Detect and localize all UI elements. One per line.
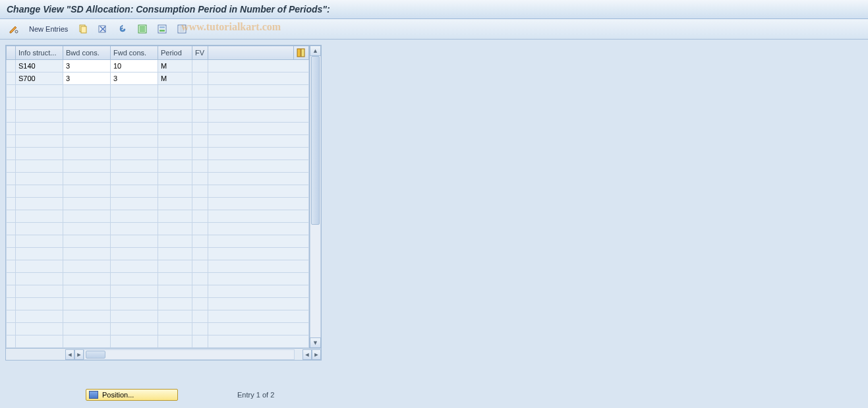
cell-fwd_cons[interactable]: [111, 223, 158, 235]
cell-period[interactable]: [158, 310, 192, 323]
cell-period[interactable]: [158, 135, 192, 148]
cell-bwd_cons[interactable]: [63, 260, 111, 273]
row-selector[interactable]: [7, 323, 16, 335]
cell-info_struct[interactable]: [16, 85, 63, 98]
col-header-fwd-cons[interactable]: Fwd cons.: [111, 46, 158, 60]
cell-fwd_cons[interactable]: [111, 335, 158, 348]
row-selector[interactable]: [7, 260, 16, 273]
cell-fv[interactable]: [192, 110, 208, 123]
cell-fwd_cons[interactable]: 3: [111, 73, 158, 85]
cell-fv[interactable]: [192, 160, 208, 173]
cell-bwd_cons[interactable]: [63, 335, 111, 348]
cell-fv[interactable]: [192, 323, 208, 335]
scroll-down-icon[interactable]: ▼: [310, 337, 321, 348]
delete-button[interactable]: [94, 22, 111, 36]
row-selector[interactable]: [7, 235, 16, 248]
cell-fv[interactable]: [192, 135, 208, 148]
table-settings-button[interactable]: [294, 46, 309, 60]
cell-fwd_cons[interactable]: [111, 310, 158, 323]
cell-info_struct[interactable]: [16, 235, 63, 248]
cell-bwd_cons[interactable]: [63, 323, 111, 335]
cell-info_struct[interactable]: [16, 223, 63, 235]
toggle-change-button[interactable]: [5, 22, 22, 36]
cell-info_struct[interactable]: [16, 285, 63, 298]
cell-bwd_cons[interactable]: [63, 198, 111, 210]
cell-fv[interactable]: [192, 273, 208, 285]
cell-fwd_cons[interactable]: [111, 135, 158, 148]
scroll-track[interactable]: [310, 56, 321, 337]
copy-as-button[interactable]: [74, 22, 92, 36]
cell-fwd_cons[interactable]: [111, 98, 158, 110]
row-selector[interactable]: [7, 73, 16, 85]
row-selector[interactable]: [7, 148, 16, 160]
horizontal-scrollbar[interactable]: ◄ ► ◄ ►: [6, 348, 321, 360]
cell-fv[interactable]: [192, 223, 208, 235]
new-entries-button[interactable]: New Entries: [25, 24, 72, 34]
scroll-up-icon[interactable]: ▲: [310, 45, 321, 56]
cell-bwd_cons[interactable]: [63, 285, 111, 298]
cell-info_struct[interactable]: [16, 210, 63, 223]
cell-bwd_cons[interactable]: [63, 98, 111, 110]
cell-fwd_cons[interactable]: [111, 85, 158, 98]
scroll-right-icon[interactable]: ►: [74, 349, 84, 360]
cell-bwd_cons[interactable]: [63, 135, 111, 148]
cell-fwd_cons[interactable]: [111, 160, 158, 173]
cell-info_struct[interactable]: [16, 160, 63, 173]
cell-fwd_cons[interactable]: [111, 173, 158, 185]
cell-fv[interactable]: [192, 198, 208, 210]
cell-fwd_cons[interactable]: [111, 298, 158, 310]
cell-bwd_cons[interactable]: [63, 223, 111, 235]
cell-bwd_cons[interactable]: [63, 210, 111, 223]
cell-period[interactable]: [158, 185, 192, 198]
cell-bwd_cons[interactable]: [63, 123, 111, 135]
cell-fv[interactable]: [192, 260, 208, 273]
cell-info_struct[interactable]: [16, 198, 63, 210]
cell-info_struct[interactable]: [16, 135, 63, 148]
cell-bwd_cons[interactable]: 3: [63, 60, 111, 73]
cell-bwd_cons[interactable]: [63, 298, 111, 310]
vertical-scrollbar[interactable]: ▲ ▼: [309, 45, 321, 348]
cell-period[interactable]: [158, 85, 192, 98]
cell-period[interactable]: [158, 210, 192, 223]
row-selector[interactable]: [7, 285, 16, 298]
row-selector[interactable]: [7, 335, 16, 348]
row-selector[interactable]: [7, 310, 16, 323]
select-all-button[interactable]: [134, 22, 151, 36]
cell-fwd_cons[interactable]: [111, 323, 158, 335]
row-selector[interactable]: [7, 60, 16, 73]
col-header-period[interactable]: Period: [158, 46, 192, 60]
cell-fwd_cons[interactable]: [111, 285, 158, 298]
select-block-button[interactable]: [154, 22, 171, 36]
cell-fwd_cons[interactable]: [111, 198, 158, 210]
cell-bwd_cons[interactable]: [63, 273, 111, 285]
col-header-fv[interactable]: FV: [192, 46, 208, 60]
col-header-info-struct[interactable]: Info struct...: [16, 46, 63, 60]
cell-fv[interactable]: [192, 173, 208, 185]
scroll-thumb[interactable]: [311, 56, 320, 225]
cell-fv[interactable]: [192, 298, 208, 310]
cell-bwd_cons[interactable]: [63, 148, 111, 160]
cell-fwd_cons[interactable]: [111, 148, 158, 160]
cell-fwd_cons[interactable]: [111, 235, 158, 248]
position-button[interactable]: Position...: [86, 389, 178, 401]
cell-fwd_cons[interactable]: [111, 248, 158, 260]
cell-bwd_cons[interactable]: [63, 110, 111, 123]
cell-bwd_cons[interactable]: [63, 185, 111, 198]
cell-period[interactable]: [158, 248, 192, 260]
cell-info_struct[interactable]: S140: [16, 60, 63, 73]
cell-bwd_cons[interactable]: [63, 160, 111, 173]
cell-period[interactable]: [158, 260, 192, 273]
cell-period[interactable]: M: [158, 73, 192, 85]
cell-info_struct[interactable]: [16, 173, 63, 185]
cell-bwd_cons[interactable]: [63, 85, 111, 98]
corner-cell[interactable]: [7, 46, 16, 60]
row-selector[interactable]: [7, 210, 16, 223]
cell-info_struct[interactable]: [16, 123, 63, 135]
cell-fv[interactable]: [192, 185, 208, 198]
cell-fv[interactable]: [192, 310, 208, 323]
scroll-right2-icon[interactable]: ►: [312, 349, 321, 360]
cell-fv[interactable]: [192, 148, 208, 160]
deselect-all-button[interactable]: [173, 22, 190, 36]
scroll-left2-icon[interactable]: ◄: [303, 349, 312, 360]
cell-fwd_cons[interactable]: [111, 123, 158, 135]
